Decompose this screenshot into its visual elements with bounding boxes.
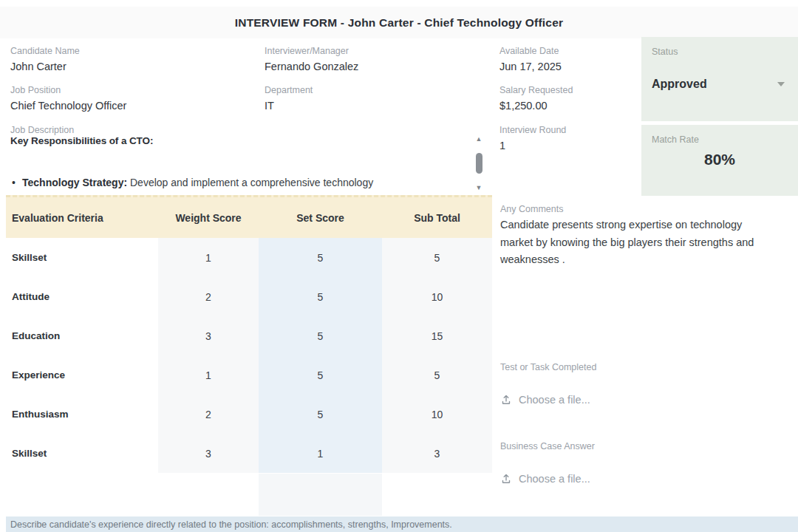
job-description-box[interactable]: Key Responsibilities of a CTO: Technolog… [10, 135, 467, 191]
weight-score-cell: 1 [158, 252, 259, 264]
criteria-cell: Skillset [6, 448, 158, 459]
match-rate-panel: Match Rate 80% [641, 125, 798, 196]
interview-round-label: Interview Round [499, 125, 566, 135]
candidate-name-label: Candidate Name [10, 46, 80, 56]
status-dropdown[interactable]: Approved [652, 78, 788, 91]
interview-round-field[interactable]: Interview Round 1 [499, 125, 566, 152]
table-row: Attitude 2 5 10 [6, 277, 492, 316]
job-description-bullet-text: Develop and implement a comprehensive te… [127, 177, 373, 188]
match-rate-value: 80% [641, 151, 798, 168]
job-position-value[interactable]: Chief Technology Officer [10, 99, 126, 112]
status-label: Status [652, 47, 798, 57]
sub-total-cell: 5 [382, 369, 492, 381]
job-description-bullet: Technology Strategy: Develop and impleme… [10, 177, 467, 188]
scroll-thumb[interactable] [476, 153, 482, 174]
job-position-field[interactable]: Job Position Chief Technology Officer [10, 85, 126, 112]
upload-icon [500, 394, 512, 406]
business-case-file-picker[interactable]: Choose a file... [500, 473, 590, 485]
criteria-cell: Attitude [6, 291, 158, 302]
header-evaluation-criteria: Evaluation Criteria [6, 212, 158, 224]
footer-hint-bar: Describe candidate's experience directly… [6, 516, 798, 532]
weight-score-cell: 2 [158, 291, 259, 303]
job-position-label: Job Position [10, 85, 126, 95]
any-comments-text[interactable]: Candidate presents strong expertise on t… [500, 216, 775, 269]
header-weight-score: Weight Score [158, 212, 259, 224]
department-field[interactable]: Department IT [265, 85, 313, 112]
salary-requested-label: Salary Requested [499, 85, 573, 95]
evaluation-table-header: Evaluation Criteria Weight Score Set Sco… [6, 195, 492, 238]
interview-round-value[interactable]: 1 [499, 139, 566, 152]
weight-score-cell: 3 [158, 448, 259, 460]
set-score-cell[interactable]: 5 [259, 369, 382, 381]
sub-total-cell: 10 [382, 291, 492, 303]
table-row: Skillset 3 1 3 [6, 434, 492, 473]
department-label: Department [265, 85, 313, 95]
business-case-label: Business Case Answer [500, 441, 595, 451]
available-date-field[interactable]: Available Date Jun 17, 2025 [499, 46, 562, 73]
sub-total-cell: 5 [382, 252, 492, 264]
criteria-cell: Skillset [6, 252, 158, 263]
job-description-heading: Key Responsibilities of a CTO: [10, 135, 467, 146]
sub-total-cell: 3 [382, 448, 492, 460]
job-description-label: Job Description [10, 125, 74, 135]
set-score-cell[interactable]: 5 [259, 252, 382, 264]
sub-total-cell: 15 [382, 330, 492, 342]
header-sub-total: Sub Total [382, 212, 492, 224]
criteria-cell: Enthusiasm [6, 409, 158, 420]
set-score-empty-cell[interactable] [259, 474, 382, 516]
status-selected-value[interactable]: Approved [652, 78, 707, 91]
available-date-value[interactable]: Jun 17, 2025 [499, 60, 562, 73]
table-row: Experience 1 5 5 [6, 355, 492, 395]
criteria-cell: Education [6, 330, 158, 341]
weight-score-cell: 2 [158, 409, 259, 420]
scroll-down-icon[interactable] [476, 184, 482, 191]
scroll-up-icon[interactable] [476, 135, 482, 143]
job-description-bullet-term: Technology Strategy: [22, 177, 127, 188]
weight-score-cell: 1 [158, 369, 259, 381]
evaluation-table-body: Skillset 1 5 5 Attitude 2 5 10 Education… [6, 238, 492, 473]
test-or-task-label: Test or Task Completed [500, 362, 596, 372]
status-panel: Status Approved [641, 37, 798, 121]
set-score-cell[interactable]: 5 [259, 291, 382, 303]
sub-total-cell: 10 [382, 409, 492, 420]
candidate-name-field[interactable]: Candidate Name John Carter [10, 46, 80, 73]
weight-score-cell: 3 [158, 330, 259, 342]
set-score-cell[interactable]: 5 [259, 409, 382, 420]
job-description-scrollbar[interactable] [473, 135, 485, 191]
page-title: INTERVIEW FORM - John Carter - Chief Tec… [235, 16, 563, 30]
interviewer-label: Interviewer/Manager [265, 46, 358, 56]
interviewer-value[interactable]: Fernando Gonzalez [265, 60, 358, 73]
table-row: Enthusiasm 2 5 10 [6, 395, 492, 434]
table-row: Skillset 1 5 5 [6, 238, 492, 277]
table-row: Education 3 5 15 [6, 316, 492, 355]
choose-file-text[interactable]: Choose a file... [519, 473, 590, 485]
department-value[interactable]: IT [265, 99, 313, 112]
chevron-down-icon[interactable] [777, 82, 785, 86]
set-score-cell[interactable]: 5 [259, 330, 382, 342]
available-date-label: Available Date [499, 46, 562, 56]
salary-requested-value[interactable]: $1,250.00 [499, 99, 573, 112]
upload-icon [500, 473, 512, 485]
test-or-task-file-picker[interactable]: Choose a file... [500, 394, 590, 406]
criteria-cell: Experience [6, 369, 158, 381]
footer-hint-text: Describe candidate's experience directly… [10, 519, 452, 530]
set-score-cell[interactable]: 1 [259, 448, 382, 460]
form-title-bar: INTERVIEW FORM - John Carter - Chief Tec… [0, 7, 798, 38]
salary-requested-field[interactable]: Salary Requested $1,250.00 [499, 85, 573, 112]
match-rate-label: Match Rate [652, 134, 798, 145]
header-set-score: Set Score [259, 212, 382, 224]
candidate-name-value[interactable]: John Carter [10, 60, 80, 73]
any-comments-label: Any Comments [500, 204, 563, 214]
interviewer-field[interactable]: Interviewer/Manager Fernando Gonzalez [265, 46, 358, 73]
choose-file-text[interactable]: Choose a file... [519, 394, 590, 406]
